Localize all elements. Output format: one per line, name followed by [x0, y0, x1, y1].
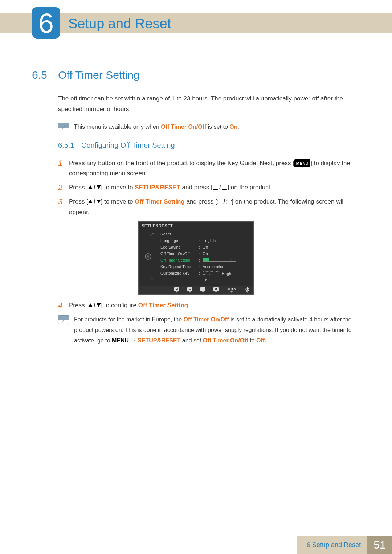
osd-eco-value: Off — [203, 245, 250, 249]
page-footer: 6 Setup and Reset 51 — [0, 536, 392, 554]
note-icon — [58, 315, 69, 324]
s3a: Press [ — [69, 198, 88, 205]
s2d: ] on the product. — [227, 184, 272, 191]
subsection-title: Configuring Off Timer Setting — [81, 141, 175, 149]
power-icon — [245, 287, 250, 291]
colon: : — [199, 251, 203, 256]
osd-body: Reset Language:English Eco Saving:Off Of… — [139, 229, 253, 286]
section-heading: 6.5 Off Timer Setting — [32, 69, 360, 81]
chapter-badge: 6 — [32, 7, 60, 39]
plus-icon: + — [200, 287, 205, 291]
s2a: Press [ — [69, 184, 88, 191]
step-3: 3 Press [/] to move to Off Timer Setting… — [58, 197, 360, 218]
osd-custom-value: SAMSUNG MAGIC Bright — [203, 270, 250, 276]
slash-icon: / — [218, 184, 222, 191]
note-icon — [58, 123, 69, 131]
step-2-num: 2 — [58, 182, 69, 193]
step-2-text: Press [/] to move to SETUP&RESET and pre… — [69, 182, 272, 193]
osd-footer: ◄ − + ↵ AUTO — [139, 286, 253, 294]
n2a: For products for the market in Europe, t… — [74, 316, 183, 323]
osd-custom-label: Customized Key — [160, 271, 199, 275]
note-1: This menu is available only when Off Tim… — [58, 122, 360, 132]
gear-icon — [145, 253, 151, 260]
osd-row-eco: Eco Saving:Off — [160, 244, 250, 250]
caret-down-icon — [215, 291, 217, 293]
note-1-text: This menu is available only when Off Tim… — [74, 122, 239, 132]
note1-b1: Off Timer On/Off — [161, 124, 206, 130]
note1-b2: On — [229, 124, 237, 130]
osd-auto-button: AUTO — [226, 287, 237, 293]
step-3-text: Press [/] to move to Off Timer Setting a… — [69, 197, 360, 218]
triangle-down-icon — [97, 200, 101, 203]
osd-enter-button: ↵ — [213, 287, 219, 293]
s4c: . — [188, 302, 190, 309]
n2menu: MENU — [112, 337, 129, 344]
osd-reset-label: Reset — [160, 232, 199, 236]
n2d: to — [248, 337, 256, 344]
colon: : — [199, 271, 203, 275]
magic-brand: SAMSUNG MAGIC — [203, 270, 221, 275]
osd-eco-label: Eco Saving — [160, 245, 199, 249]
triangle-up-icon — [88, 200, 93, 203]
osd-onoff-label: Off Timer On/Off — [160, 251, 199, 256]
osd-language-value: English — [203, 238, 250, 243]
colon: : — [199, 258, 203, 262]
chapter-title: Setup and Reset — [68, 16, 171, 32]
n2c: and set — [180, 337, 203, 344]
n2b1: Off Timer On/Off — [183, 316, 229, 323]
osd-menu-list: Reset Language:English Eco Saving:Off Of… — [155, 231, 250, 282]
s3target: Off Timer Setting — [135, 198, 185, 205]
slash-icon: / — [93, 302, 97, 309]
osd-back-button: ◄ — [174, 287, 179, 293]
triangle-down-icon — [97, 185, 101, 189]
menu-chip-icon: MENU — [294, 159, 310, 168]
minus-icon: − — [187, 287, 192, 291]
osd-plus-button: + — [200, 287, 205, 293]
n2b2: Off Timer On/Off — [203, 337, 248, 344]
content-area: 6.5 Off Timer Setting The off timer can … — [32, 69, 360, 354]
section-number: 6.5 — [32, 69, 58, 81]
osd-row-custom: Customized Key: SAMSUNG MAGIC Bright — [160, 270, 250, 276]
note-2-text: For products for the market in Europe, t… — [74, 315, 360, 346]
note-2: For products for the market in Europe, t… — [58, 315, 360, 346]
osd-row-reset: Reset — [160, 231, 250, 237]
step-4: 4 Press [/] to configure Off Timer Setti… — [58, 300, 360, 311]
subsection-number: 6.5.1 — [58, 141, 81, 149]
osd-slider-fill — [203, 258, 209, 261]
osd-repeat-label: Key Repeat Time — [160, 264, 199, 269]
s2target: SETUP&RESET — [135, 184, 180, 191]
osd-title: SETUP&RESET — [139, 222, 253, 229]
step-1-text: Press any button on the front of the pro… — [69, 158, 360, 179]
triangle-up-icon — [88, 185, 93, 189]
s4b: ] to configure — [101, 302, 138, 309]
auto-icon: AUTO — [226, 287, 237, 291]
step-4-num: 4 — [58, 300, 69, 311]
step-4-text: Press [/] to configure Off Timer Setting… — [69, 300, 190, 311]
step-1-num: 1 — [58, 158, 69, 179]
s4target: Off Timer Setting — [138, 302, 188, 309]
step-3-num: 3 — [58, 197, 69, 218]
footer-page-number: 51 — [367, 536, 392, 554]
s2b: ] to move to — [101, 184, 135, 191]
step-2: 2 Press [/] to move to SETUP&RESET and p… — [58, 182, 360, 193]
triangle-up-icon — [88, 303, 93, 307]
box-icon — [217, 200, 222, 204]
box-enter-icon — [222, 186, 227, 190]
osd-power-button — [245, 287, 250, 293]
osd-slider: 4h — [203, 258, 236, 262]
caret-down-icon — [246, 291, 248, 293]
s3c: and press [ — [185, 198, 217, 205]
arrow-right-icon: → — [129, 337, 138, 344]
osd-custom-val-text: Bright — [221, 272, 232, 276]
section-title: Off Timer Setting — [58, 69, 140, 81]
s2c: and press [ — [180, 184, 213, 191]
slash-icon: / — [222, 198, 226, 205]
triangle-down-icon — [97, 303, 101, 307]
intro-paragraph: The off timer can be set within a range … — [58, 94, 360, 115]
colon: : — [199, 245, 203, 249]
osd-minus-button: − — [187, 287, 192, 293]
step-1: 1 Press any button on the front of the p… — [58, 158, 360, 179]
osd-language-label: Language — [160, 238, 199, 243]
n2sr: SETUP&RESET — [138, 337, 180, 344]
osd-screenshot: SETUP&RESET Reset Language:English Eco S… — [138, 221, 254, 295]
